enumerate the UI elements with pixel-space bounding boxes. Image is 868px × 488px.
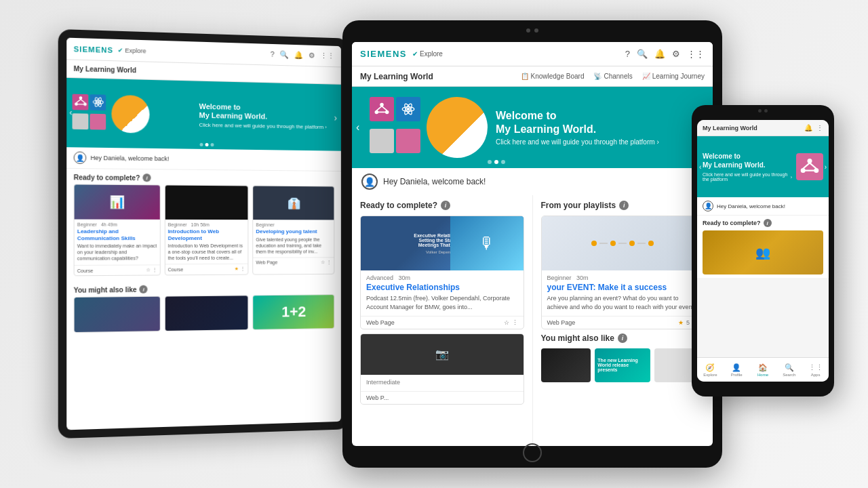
main-nav-items: 📋 Knowledge Board 📡 Channels 📈 Learning … (521, 73, 705, 80)
phone-section-ready: Ready to complete? i 👥 (697, 216, 829, 278)
info-icon-ready-main[interactable]: i (441, 201, 450, 210)
search-nav-label: Search (783, 373, 795, 377)
explore-label-left: Explore (125, 47, 146, 54)
card-leadership[interactable]: 📊 Beginner 4h 49m Leadership and Communi… (74, 184, 161, 276)
main-content-area: Ready to complete? i Executive Relations… (352, 195, 713, 446)
you-might-title-main: You might also like i (541, 333, 705, 343)
card-type-event: Web Page (547, 319, 675, 326)
nav-item-journey[interactable]: 📈 Learning Journey (642, 73, 705, 80)
phone-banner-subtext[interactable]: Click here and we will guide you through… (703, 172, 792, 182)
phone-nav-home[interactable]: 🏠 Home (750, 358, 776, 382)
card-world-main[interactable]: 📷 Intermediate Web P... (360, 333, 524, 405)
info-icon-ready-left[interactable]: i (142, 174, 151, 182)
info-icon-might-main[interactable]: i (618, 333, 627, 343)
phone-banner[interactable]: ‹ Welcome to My Learning World. Click he… (697, 136, 829, 197)
phone-info-icon[interactable]: i (764, 219, 772, 227)
card-footer-event: Web Page ★ 5 ⋮ (542, 316, 705, 329)
notification-icon-main[interactable]: 🔔 (654, 49, 665, 59)
banner-heading-left: Welcome to My Learning World. (199, 102, 327, 123)
search-nav-icon: 🔍 (785, 363, 794, 372)
card-exec-main[interactable]: Executive Relationships:Setting the Stag… (360, 216, 524, 329)
card-might-3[interactable]: 1+2 (253, 294, 335, 330)
explore-chip-left[interactable]: ✔ Explore (117, 47, 146, 54)
card-might-1[interactable] (74, 296, 161, 333)
card-footer-talent: Web Page ☆ ⋮ (254, 257, 334, 267)
main-banner-dot-3 (501, 160, 505, 164)
profile-nav-icon: 👤 (732, 363, 741, 372)
settings-icon-main[interactable]: ⚙ (672, 49, 680, 59)
banner-subtext-left[interactable]: Click here and we will guide you through… (199, 122, 327, 130)
card-desc-leadership: Want to immediately make an impact on yo… (77, 243, 157, 262)
nav-item-channels[interactable]: 📡 Channels (593, 73, 632, 80)
main-banner-subtext[interactable]: Click here and we will guide you through… (496, 138, 659, 146)
card-footer-exec: Web Page ☆ ⋮ (361, 316, 524, 329)
banner-left-arrow-icon[interactable]: ‹ (69, 108, 72, 117)
search-icon-main[interactable]: 🔍 (637, 49, 648, 59)
phone-nav-search[interactable]: 🔍 Search (776, 358, 802, 382)
phone-banner-heading: Welcome to My Learning World. (703, 152, 792, 169)
siemens-logo-left: SIEMENS (74, 45, 113, 54)
svg-point-16 (407, 108, 410, 110)
phone-banner-right-arrow[interactable]: › (825, 163, 827, 171)
phone-nav-explore[interactable]: 🧭 Explore (697, 358, 724, 382)
phone-camera-dot-2 (764, 109, 768, 113)
banner-images (73, 94, 194, 134)
phone-user-welcome: 👤 Hey Daniela, welcome back! (697, 197, 829, 216)
main-banner[interactable]: ‹ (352, 87, 713, 168)
card-thumb-leadership: 📊 (75, 184, 160, 219)
grid-icon-main[interactable]: ⋮⋮ (687, 49, 705, 59)
card-desc-event: Are you planning an event? What do you w… (547, 294, 699, 311)
apps-nav-icon: ⋮⋮ (808, 363, 823, 372)
t-line-3 (637, 243, 646, 244)
settings-icon[interactable]: ⚙ (309, 51, 315, 60)
phone-nav-apps[interactable]: ⋮⋮ Apps (802, 358, 829, 382)
info-icon-might-left[interactable]: i (140, 285, 148, 293)
more-icon-talent[interactable]: ⋮ (327, 260, 332, 265)
card-footer-world: Web P... (361, 391, 524, 404)
banner-right-arrow-icon[interactable]: › (334, 113, 337, 123)
channels-label: Channels (604, 73, 632, 80)
card-talent[interactable]: 👔 Beginner Developing young talent Give … (253, 186, 335, 275)
card-thumb-webdev (165, 186, 248, 220)
main-banner-left-arrow[interactable]: ‹ (356, 121, 359, 134)
card-type-webdev: Course (167, 267, 232, 272)
svg-point-10 (380, 103, 384, 107)
main-user-avatar: 👤 (361, 174, 378, 190)
banner-dot-2 (205, 143, 209, 146)
grid-icon[interactable]: ⋮⋮ (320, 52, 334, 60)
card-title-talent: Developing young talent (256, 228, 331, 235)
explore-chip-main[interactable]: ✔ Explore (412, 50, 443, 58)
tablet-home-button[interactable] (523, 443, 542, 462)
nav-item-knowledge[interactable]: 📋 Knowledge Board (521, 73, 585, 80)
phone-notification-icon[interactable]: 🔔 (804, 124, 812, 131)
help-icon[interactable]: ? (271, 50, 275, 59)
phone-ready-title: Ready to complete? i (703, 219, 823, 227)
card-webdev[interactable]: Beginner 10h 58m Introduction to Web Dev… (164, 185, 248, 276)
might-card-1[interactable] (541, 348, 591, 382)
phone-ready-label: Ready to complete? (703, 220, 761, 226)
phone-device: My Learning World 🔔 ⋮ ‹ Welcome to My Le… (692, 105, 834, 396)
left-tablet-banner[interactable]: ‹ (66, 78, 341, 151)
tile-gray (73, 113, 89, 129)
phone-more-icon[interactable]: ⋮ (816, 124, 823, 131)
help-icon-main[interactable]: ? (625, 49, 630, 59)
more-icon-webdev[interactable]: ⋮ (241, 266, 245, 272)
more-icon[interactable]: ⋮ (152, 268, 157, 273)
more-icon-exec[interactable]: ⋮ (512, 319, 518, 326)
you-might-cards-main: The new Learning World release presents (541, 348, 705, 382)
home-nav-icon: 🏠 (758, 363, 768, 372)
main-header-icons: ? 🔍 🔔 ⚙ ⋮⋮ (625, 49, 705, 59)
info-icon-playlist-main[interactable]: i (619, 201, 629, 210)
might-card-2[interactable]: The new Learning World release presents (595, 348, 650, 382)
card-type-world: Web P... (366, 394, 518, 401)
card-thumb-might-2 (165, 296, 248, 331)
notification-icon[interactable]: 🔔 (294, 51, 304, 60)
phone-banner-left-arrow[interactable]: ‹ (699, 163, 701, 171)
card-might-2[interactable] (164, 296, 248, 332)
card-event-main[interactable]: Beginner 30m your EVENT: Make it a succe… (541, 216, 705, 329)
search-icon[interactable]: 🔍 (279, 50, 289, 59)
card-title-leadership: Leadership and Communication Skills (77, 228, 157, 242)
phone-bottom-nav: 🧭 Explore 👤 Profile 🏠 Home 🔍 Search ⋮⋮ A… (697, 357, 829, 382)
phone-nav-profile[interactable]: 👤 Profile (724, 358, 750, 382)
phone-card-thumb[interactable]: 👥 (703, 230, 823, 274)
